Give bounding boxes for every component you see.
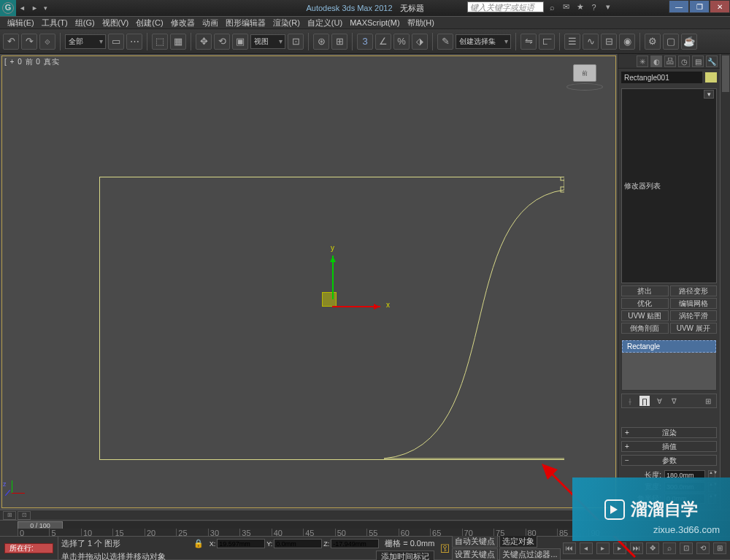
orbit-icon[interactable]: ⟲: [696, 542, 710, 554]
mod-turbosmooth[interactable]: 涡轮平滑: [670, 310, 718, 321]
align-icon[interactable]: ⫍: [539, 34, 555, 50]
key-icon[interactable]: ⚿: [440, 542, 450, 554]
modifier-list-dropdown[interactable]: 修改器列表: [621, 88, 717, 283]
snap-percent-icon[interactable]: %: [393, 34, 410, 50]
mirror-icon[interactable]: ⇋: [520, 34, 537, 50]
window-minimize[interactable]: —: [669, 0, 689, 13]
pan-icon[interactable]: ✥: [646, 542, 659, 554]
time-ruler[interactable]: 051015202530354045505560657075808590: [18, 529, 620, 536]
menu-create[interactable]: 创建(C): [133, 17, 166, 29]
play-icon[interactable]: ▸: [596, 542, 610, 554]
render-frame-icon[interactable]: ▢: [663, 34, 679, 50]
menu-edit[interactable]: 编辑(E): [4, 17, 37, 29]
viewport[interactable]: [ + 0 前 0 真实 前 y x z: [0, 54, 618, 510]
selection-filter-dropdown[interactable]: 全部: [65, 34, 106, 49]
rotate-icon[interactable]: ⟲: [214, 34, 230, 50]
menu-rendering[interactable]: 渲染(R): [270, 17, 303, 29]
zoom-extents-icon[interactable]: ⊡: [680, 542, 693, 554]
mod-editmesh[interactable]: 编辑网格: [670, 298, 718, 309]
search-go-icon[interactable]: ⌕: [547, 1, 558, 12]
vp-tool-2-icon[interactable]: ⊡: [18, 511, 31, 520]
menu-grapheditors[interactable]: 图形编辑器: [223, 17, 269, 29]
panel-create-icon[interactable]: ✳: [637, 55, 648, 67]
autokey-button[interactable]: 自动关键点: [452, 535, 498, 548]
menu-help[interactable]: 帮助(H): [404, 17, 437, 29]
show-endresult-icon[interactable]: ∏: [639, 396, 650, 406]
window-maximize[interactable]: ❐: [689, 0, 710, 13]
mod-uvwmap[interactable]: UVW 贴图: [621, 310, 669, 321]
help-search-input[interactable]: 键入关键字或短语: [467, 1, 544, 12]
time-tag-button[interactable]: 添加时间标记: [376, 551, 434, 560]
menu-maxscript[interactable]: MAXScript(M): [347, 18, 402, 28]
render-setup-icon[interactable]: ⚙: [645, 34, 661, 50]
editnamedsel-icon[interactable]: ✎: [437, 34, 453, 50]
goto-start-icon[interactable]: ⏮: [563, 542, 576, 554]
snap-angle-icon[interactable]: ∠: [375, 34, 391, 50]
menu-views[interactable]: 视图(V): [99, 17, 132, 29]
help-dd-icon[interactable]: ▾: [602, 1, 613, 12]
rollout-render[interactable]: 渲染: [621, 427, 717, 438]
snap-3-icon[interactable]: 3: [357, 34, 373, 50]
render-icon[interactable]: ☕: [681, 34, 697, 50]
coord-y-input[interactable]: [274, 539, 322, 548]
scale-icon[interactable]: ▣: [232, 34, 248, 50]
maximize-vp-icon[interactable]: ⊞: [713, 542, 726, 554]
menu-customize[interactable]: 自定义(U): [304, 17, 345, 29]
panel-scrollbar[interactable]: [720, 54, 730, 510]
history-back-icon[interactable]: ◄: [16, 4, 28, 12]
vp-tool-1-icon[interactable]: ⊞: [3, 511, 16, 520]
mod-optimize[interactable]: 优化: [621, 298, 669, 309]
viewcube[interactable]: 前: [566, 64, 603, 96]
app-icon[interactable]: [0, 0, 16, 16]
history-dd-icon[interactable]: ▾: [41, 4, 50, 12]
manip-icon[interactable]: ⊛: [313, 34, 329, 50]
configure-sets-icon[interactable]: ⊞: [703, 396, 713, 406]
viewport-label[interactable]: [ + 0 前 0 真实: [4, 57, 60, 67]
modifier-stack[interactable]: Rectangle: [621, 340, 717, 391]
comm-center-icon[interactable]: ✉: [561, 1, 572, 12]
pivot-icon[interactable]: ⊡: [288, 34, 304, 50]
prev-frame-icon[interactable]: ◂: [580, 542, 593, 554]
select-icon[interactable]: ▭: [108, 34, 124, 50]
remove-mod-icon[interactable]: ∇: [669, 396, 679, 406]
select-name-icon[interactable]: ⋯: [126, 34, 142, 50]
panel-hierarchy-icon[interactable]: 品: [664, 55, 676, 67]
material-editor-icon[interactable]: ◉: [619, 34, 635, 50]
menu-modifiers[interactable]: 修改器: [168, 17, 198, 29]
menu-group[interactable]: 组(G): [72, 17, 98, 29]
undo-icon[interactable]: ↶: [3, 34, 19, 50]
schematic-icon[interactable]: ⊟: [601, 34, 617, 50]
coord-z-input[interactable]: [331, 539, 379, 548]
history-fwd-icon[interactable]: ►: [28, 4, 41, 12]
lock-icon[interactable]: 🔒: [193, 539, 204, 548]
object-name-field[interactable]: Rectangle001: [621, 72, 702, 83]
mod-pathdeform[interactable]: 路径变形: [670, 285, 718, 296]
coord-x-input[interactable]: [217, 539, 265, 548]
select-region-icon[interactable]: ⬚: [152, 34, 168, 50]
menu-animation[interactable]: 动画: [199, 17, 221, 29]
link-icon[interactable]: ⟐: [39, 34, 55, 50]
goto-end-icon[interactable]: ⏭: [630, 542, 643, 554]
rectangle-shape[interactable]: [99, 177, 564, 460]
next-frame-icon[interactable]: ▸: [613, 542, 626, 554]
curve-editor-icon[interactable]: ∿: [583, 34, 599, 50]
script-line-button[interactable]: 所在行:: [4, 543, 53, 553]
zoom-icon[interactable]: ⌕: [663, 542, 676, 554]
panel-display-icon[interactable]: ▤: [692, 55, 704, 67]
mod-uvwunwrap[interactable]: UVW 展开: [670, 323, 718, 334]
rollout-interp[interactable]: 插值: [621, 441, 717, 452]
help-icon[interactable]: ?: [588, 1, 599, 12]
mod-extrude[interactable]: 挤出: [621, 285, 669, 296]
make-unique-icon[interactable]: ∀: [654, 396, 664, 406]
keyfilter-button[interactable]: 关键点过滤器...: [499, 548, 560, 560]
pin-stack-icon[interactable]: ⟊: [625, 396, 635, 406]
refcoord-dropdown[interactable]: 视图: [250, 34, 285, 49]
window-close[interactable]: ✕: [710, 0, 730, 13]
stack-item-rectangle[interactable]: Rectangle: [622, 340, 716, 353]
move-icon[interactable]: ✥: [196, 34, 212, 50]
redo-icon[interactable]: ↷: [21, 34, 37, 50]
mod-bevelprofile[interactable]: 倒角剖面: [621, 323, 669, 334]
window-cross-icon[interactable]: ▦: [170, 34, 186, 50]
setkey-button[interactable]: 设置关键点: [452, 548, 498, 560]
snap-spinner-icon[interactable]: ⬗: [412, 34, 428, 50]
